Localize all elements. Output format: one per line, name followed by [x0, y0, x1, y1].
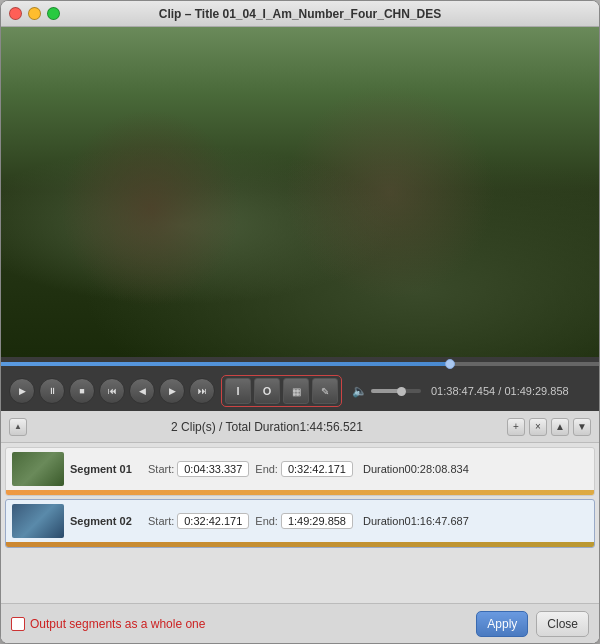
mark-out-button[interactable]: O [254, 378, 280, 404]
segment-2-end-label: End: [255, 515, 278, 527]
maximize-window-button[interactable] [47, 7, 60, 20]
output-whole-checkbox-label[interactable]: Output segments as a whole one [11, 617, 468, 631]
collapse-button[interactable]: ▲ [9, 418, 27, 436]
segment-2-duration: Duration01:16:47.687 [363, 515, 469, 527]
window-title: Clip – Title 01_04_I_Am_Number_Four_CHN_… [159, 7, 442, 21]
segment-1-label: Segment 01 [70, 463, 142, 475]
prev-button[interactable]: ⏮ [99, 378, 125, 404]
segment-2-start-value[interactable]: 0:32:42.171 [177, 513, 249, 529]
segment-1-start-label: Start: [148, 463, 174, 475]
scrubber-fill [1, 362, 450, 366]
clips-header: ▲ 2 Clip(s) / Total Duration1:44:56.521 … [1, 411, 599, 443]
video-frame [1, 27, 599, 357]
pause-button[interactable]: ⏸ [39, 378, 65, 404]
segment-1-end-label: End: [255, 463, 278, 475]
clips-area: ▲ 2 Clip(s) / Total Duration1:44:56.521 … [1, 411, 599, 643]
clips-info: 2 Clip(s) / Total Duration1:44:56.521 [33, 420, 501, 434]
volume-icon[interactable]: 🔈 [352, 384, 367, 398]
segment-1-start-value[interactable]: 0:04:33.337 [177, 461, 249, 477]
segment-1-duration: Duration00:28:08.834 [363, 463, 469, 475]
mark-segment-button[interactable]: ▦ [283, 378, 309, 404]
titlebar: Clip – Title 01_04_I_Am_Number_Four_CHN_… [1, 1, 599, 27]
segment-2-bar [6, 542, 594, 547]
remove-clip-button[interactable]: × [529, 418, 547, 436]
move-up-button[interactable]: ▲ [551, 418, 569, 436]
video-display [1, 27, 599, 357]
close-window-button[interactable] [9, 7, 22, 20]
close-button[interactable]: Close [536, 611, 589, 637]
main-window: Clip – Title 01_04_I_Am_Number_Four_CHN_… [0, 0, 600, 644]
segment-2-end-value[interactable]: 1:49:29.858 [281, 513, 353, 529]
segment-1-info: Segment 01 Start: 0:04:33.337 End: 0:32:… [70, 461, 588, 477]
time-display: 01:38:47.454 / 01:49:29.858 [431, 385, 569, 397]
next-button[interactable]: ⏭ [189, 378, 215, 404]
segment-2-info: Segment 02 Start: 0:32:42.171 End: 1:49:… [70, 513, 588, 529]
segment-2-start-field: Start: 0:32:42.171 [148, 513, 249, 529]
mark-controls-group: I O ▦ ✎ [221, 375, 342, 407]
move-down-button[interactable]: ▼ [573, 418, 591, 436]
footer: Output segments as a whole one Apply Clo… [1, 603, 599, 643]
segment-2-content: Segment 02 Start: 0:32:42.171 End: 1:49:… [6, 500, 594, 542]
clips-header-buttons: + × ▲ ▼ [507, 418, 591, 436]
segment-1-end-value[interactable]: 0:32:42.171 [281, 461, 353, 477]
segment-1-content: Segment 01 Start: 0:04:33.337 End: 0:32:… [6, 448, 594, 490]
volume-track[interactable] [371, 389, 421, 393]
edit-button[interactable]: ✎ [312, 378, 338, 404]
segment-2-end-field: End: 1:49:29.858 [255, 513, 353, 529]
segment-2-start-label: Start: [148, 515, 174, 527]
segments-container: Segment 01 Start: 0:04:33.337 End: 0:32:… [1, 443, 599, 603]
volume-thumb[interactable] [397, 387, 406, 396]
apply-button[interactable]: Apply [476, 611, 528, 637]
output-whole-label: Output segments as a whole one [30, 617, 205, 631]
window-controls [9, 7, 60, 20]
segment-1-end-field: End: 0:32:42.171 [255, 461, 353, 477]
segment-row: Segment 01 Start: 0:04:33.337 End: 0:32:… [5, 447, 595, 496]
stop-button[interactable]: ■ [69, 378, 95, 404]
segment-2-label: Segment 02 [70, 515, 142, 527]
mark-in-button[interactable]: I [225, 378, 251, 404]
scene-overlay [1, 27, 599, 357]
segment-1-start-field: Start: 0:04:33.337 [148, 461, 249, 477]
volume-control: 🔈 [352, 384, 421, 398]
play-button[interactable]: ▶ [9, 378, 35, 404]
add-clip-button[interactable]: + [507, 418, 525, 436]
segment-1-bar [6, 490, 594, 495]
output-whole-checkbox[interactable] [11, 617, 25, 631]
next-frame-button[interactable]: ▶ [159, 378, 185, 404]
segment-row: Segment 02 Start: 0:32:42.171 End: 1:49:… [5, 499, 595, 548]
segment-1-thumbnail [12, 452, 64, 486]
controls-bar: ▶ ⏸ ■ ⏮ ◀ ▶ ⏭ I O ▦ [1, 371, 599, 411]
minimize-window-button[interactable] [28, 7, 41, 20]
prev-frame-button[interactable]: ◀ [129, 378, 155, 404]
scrubber-track[interactable] [1, 362, 599, 366]
scrubber-thumb[interactable] [445, 359, 455, 369]
segment-2-thumbnail [12, 504, 64, 538]
scrubber-area[interactable] [1, 357, 599, 371]
